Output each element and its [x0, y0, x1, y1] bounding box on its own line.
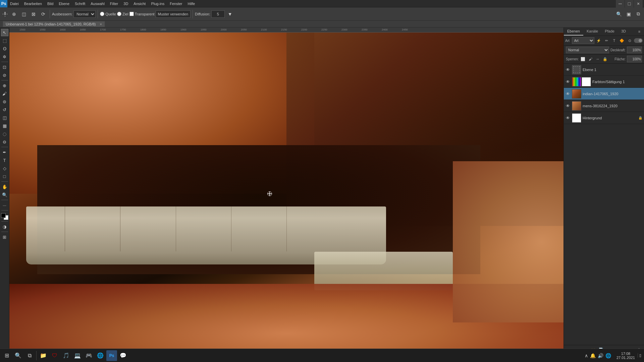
tool-lasso[interactable]: ʘ [1, 45, 8, 52]
layer-vis-hue[interactable]: 👁 [565, 79, 571, 84]
tray-bell[interactable]: 🔔 [590, 353, 596, 358]
fill-input[interactable] [627, 56, 642, 62]
search-button[interactable]: 🔍 [13, 350, 23, 361]
tool-heal[interactable]: ⊕ [1, 82, 8, 89]
menu-ansicht[interactable]: Ansicht [131, 1, 148, 6]
menu-auswahl[interactable]: Auswahl [88, 1, 107, 6]
panel-btn[interactable]: ⧉ [634, 10, 643, 18]
layer-vis-ebene1[interactable]: 👁 [565, 67, 571, 72]
layer-item-hintergrund[interactable]: 👁 Hintergrund 🔒 [564, 112, 644, 124]
search-btn[interactable]: 🔍 [614, 10, 623, 18]
ziel-checkbox[interactable]: Ziel [117, 12, 128, 16]
tray-network[interactable]: 🌐 [605, 353, 611, 358]
menu-fenster[interactable]: Fenster [167, 1, 185, 6]
layer-item-indian[interactable]: 👁 indian-1417065_1920 [564, 88, 644, 100]
layer-vis-indian[interactable]: 👁 [565, 91, 571, 97]
menu-ebene[interactable]: Ebene [56, 1, 72, 6]
opacity-input[interactable] [627, 47, 642, 53]
tray-expand[interactable]: ∧ [585, 353, 588, 358]
layer-item-ebene1[interactable]: 👁 Ebene 1 [564, 64, 644, 76]
tool-crop[interactable]: ⊡ [1, 63, 8, 71]
game-btn[interactable]: 🎮 [84, 350, 94, 361]
menu-filter[interactable]: Filter [107, 1, 121, 6]
diffusion-dropdown[interactable]: ▼ [226, 10, 234, 18]
move-tool[interactable] [1, 10, 9, 18]
tool-selection[interactable]: ⬚ [1, 37, 8, 44]
show-desktop[interactable]: ▯ [638, 353, 643, 358]
pc-btn[interactable]: 💻 [72, 350, 83, 361]
antivirus-btn[interactable]: 🛡 [49, 350, 60, 361]
tool-clone[interactable]: ⊜ [1, 98, 8, 105]
explorer-btn[interactable]: 📁 [38, 350, 49, 361]
chat-btn[interactable]: 💬 [118, 350, 128, 361]
filter-icon-4[interactable]: 🔶 [619, 37, 625, 44]
layer-item-hue[interactable]: 👁 Farbton/Sättigung 1 [564, 76, 644, 88]
tool-screen-mode[interactable]: ⊞ [1, 233, 8, 241]
tool-2[interactable]: ⊕ [10, 10, 18, 18]
tool-dodge[interactable]: ⊖ [1, 138, 8, 145]
blend-mode-dropdown[interactable]: Normal [566, 47, 609, 53]
tab-ebenen[interactable]: Ebenen [564, 27, 583, 36]
tool-shape[interactable]: □ [1, 173, 8, 180]
layer-vis-hintergrund[interactable]: 👁 [565, 115, 571, 121]
layer-vis-mens[interactable]: 👁 [565, 103, 571, 109]
tool-history[interactable]: ↺ [1, 106, 8, 113]
tool-brush[interactable]: 🖌 [1, 90, 8, 97]
canvas-area[interactable] [9, 33, 564, 355]
tool-move[interactable]: ↖ [1, 29, 8, 36]
tool-gradient[interactable]: ▦ [1, 122, 8, 129]
muster-btn[interactable]: Muster verwenden [156, 10, 191, 18]
tool-zoom[interactable]: 🔍 [1, 191, 8, 198]
transparent-checkbox[interactable]: Transparent [129, 12, 155, 16]
menu-schrift[interactable]: Schrift [72, 1, 88, 6]
window-minimize[interactable]: ─ [616, 0, 625, 8]
menu-bild[interactable]: Bild [45, 1, 56, 6]
filter-icon-2[interactable]: ✏ [603, 37, 610, 44]
tool-3[interactable]: ◫ [19, 10, 28, 18]
quelle-checkbox[interactable]: Quelle [100, 12, 116, 16]
photoshop-btn[interactable]: Ps [106, 350, 117, 361]
tool-pen[interactable]: ✒ [1, 148, 8, 156]
tool-more[interactable]: ··· [1, 201, 8, 209]
media-btn[interactable]: 🎵 [61, 350, 71, 361]
filter-icon-3[interactable]: T [611, 37, 618, 44]
clock[interactable]: 17:08 27.01.2021 [616, 352, 635, 360]
menu-3d[interactable]: 3D [121, 1, 131, 6]
tool-5[interactable]: ⟳ [39, 10, 48, 18]
doc-close[interactable]: × [100, 22, 102, 26]
menu-datei[interactable]: Datei [7, 1, 21, 6]
filter-toggle[interactable] [634, 38, 643, 43]
tab-pfade[interactable]: Pfade [601, 27, 618, 36]
lock-pos-btn[interactable]: ↔ [595, 56, 601, 62]
fg-color-swatch[interactable] [1, 213, 6, 218]
lock-transparent-btn[interactable]: ⬜ [580, 56, 586, 62]
filter-icon-5[interactable]: ⊙ [626, 37, 633, 44]
lock-image-btn[interactable]: 🖌 [587, 56, 593, 62]
filter-type-dropdown[interactable]: Art [572, 37, 594, 44]
tool-4[interactable]: ⊠ [29, 10, 38, 18]
tool-hand[interactable]: ✋ [1, 183, 8, 190]
tab-kanaele[interactable]: Kanäle [583, 27, 601, 36]
tool-path[interactable]: ◇ [1, 165, 8, 172]
window-maximize[interactable]: □ [625, 0, 634, 8]
tool-blur[interactable]: ◌ [1, 130, 8, 137]
layers-panel-menu[interactable]: ≡ [636, 28, 643, 35]
tool-magic-wand[interactable]: ✲ [1, 53, 8, 60]
tool-eyedropper[interactable]: ⊘ [1, 71, 8, 79]
browser-btn[interactable]: 🌐 [95, 350, 106, 361]
filter-icon-1[interactable]: ⚡ [595, 37, 602, 44]
menu-bearbeiten[interactable]: Bearbeiten [21, 1, 45, 6]
tool-quick-mask[interactable]: ◑ [1, 223, 8, 230]
start-button[interactable]: ⊞ [1, 350, 12, 361]
view-btn[interactable]: ▣ [624, 10, 633, 18]
mode-dropdown[interactable]: Normal [73, 10, 96, 18]
tab-3d[interactable]: 3D [618, 27, 629, 36]
tool-text[interactable]: T [1, 157, 8, 164]
layer-item-mens[interactable]: 👁 mens-3816224_1920 [564, 100, 644, 112]
tray-volume[interactable]: 🔊 [598, 353, 603, 358]
taskview-button[interactable]: ⧉ [24, 350, 35, 361]
window-close[interactable]: × [634, 0, 643, 8]
menu-hilfe[interactable]: Hilfe [185, 1, 198, 6]
lock-all-btn[interactable]: 🔒 [602, 56, 608, 62]
diffusion-input[interactable] [211, 10, 225, 18]
